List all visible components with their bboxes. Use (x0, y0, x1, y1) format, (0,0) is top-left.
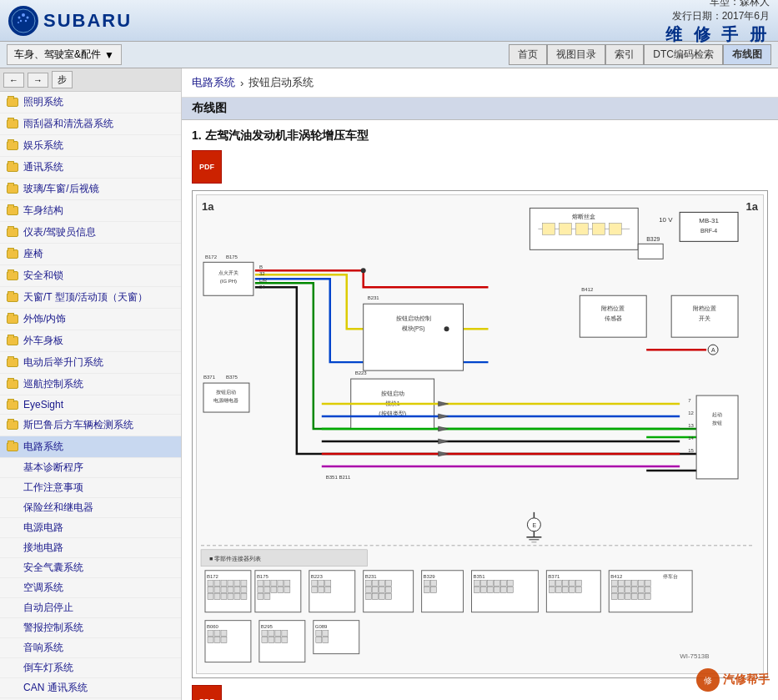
sidebar-item-glass[interactable]: 玻璃/车窗/后视镜 (0, 179, 181, 200)
sidebar-item-body-structure[interactable]: 车身结构 (0, 200, 181, 222)
svg-rect-171 (555, 581, 561, 587)
forward-button[interactable]: → (28, 73, 48, 88)
folder-icon (7, 119, 18, 128)
svg-text:15: 15 (688, 448, 694, 453)
svg-rect-15 (542, 223, 555, 234)
sidebar-item-electrical[interactable]: 电路系统 (0, 436, 181, 458)
brand-name: SUBARU (43, 10, 132, 32)
svg-rect-187 (638, 581, 644, 587)
svg-rect-144 (366, 594, 372, 600)
svg-text:B231: B231 (368, 295, 380, 300)
svg-rect-222 (323, 631, 329, 637)
svg-rect-145 (373, 594, 379, 600)
sidebar-item-communication[interactable]: 通讯系统 (0, 157, 181, 179)
sidebar-item-liftgate[interactable]: 电动后举升门系统 (0, 352, 181, 374)
sidebar-item-ac[interactable]: 空调系统 (0, 578, 181, 598)
sidebar-item-label: 雨刮器和清洗器系统 (23, 117, 113, 131)
svg-rect-188 (645, 581, 650, 587)
svg-rect-106 (208, 594, 213, 600)
sidebar-item-cruise[interactable]: 巡航控制系统 (0, 374, 181, 395)
pdf-button[interactable]: PDF (192, 150, 222, 184)
sidebar-item-ground[interactable]: 接地电路 (0, 538, 181, 558)
svg-rect-116 (271, 581, 277, 587)
wiring-diagram: 1a 1a MB-31 BRF-4 10 V (196, 194, 764, 674)
sidebar-item-basic-diag[interactable]: 基本诊断程序 (0, 458, 181, 478)
sidebar-item-label: 电路系统 (23, 440, 63, 454)
sidebar-item-security[interactable]: 安全和锁 (0, 265, 181, 287)
svg-rect-174 (575, 581, 581, 587)
svg-rect-195 (611, 594, 617, 600)
svg-rect-152 (424, 587, 430, 593)
sidebar-item-label: 自动启停止 (23, 602, 73, 613)
content-body: 1. 左驾汽油发动机非涡轮增压车型 PDF 1a 1a (182, 120, 778, 700)
sidebar-item-subaru-rear[interactable]: 斯巴鲁后方车辆检测系统 (0, 415, 181, 436)
folder-icon (7, 206, 18, 215)
step-button[interactable]: 步 (52, 71, 73, 88)
svg-rect-211 (262, 631, 268, 637)
index-button[interactable]: 索引 (605, 44, 644, 65)
svg-rect-129 (319, 581, 324, 587)
sidebar-item-label: 安全气囊系统 (23, 562, 83, 573)
svg-rect-183 (611, 581, 617, 587)
svg-rect-120 (264, 587, 270, 593)
wiring-button[interactable]: 布线图 (723, 44, 771, 65)
pdf-button-bottom[interactable]: PDF (192, 685, 222, 700)
category-label: 车身、驾驶室&配件 (14, 48, 101, 62)
svg-text:停车台: 停车台 (663, 573, 678, 579)
sidebar-item-instrument[interactable]: 仪表/驾驶员信息 (0, 222, 181, 244)
home-button[interactable]: 首页 (509, 44, 547, 65)
sidebar-item-fuse-relay[interactable]: 保险丝和继电器 (0, 498, 181, 518)
sidebar-item-can[interactable]: CAN 通讯系统 (0, 678, 181, 698)
sidebar-item-label: 玻璃/车窗/后视镜 (23, 182, 99, 196)
svg-rect-117 (278, 581, 284, 587)
dropdown-arrow-icon: ▼ (104, 49, 114, 61)
svg-text:B375: B375 (226, 375, 238, 380)
svg-rect-163 (480, 587, 486, 593)
svg-rect-157 (480, 581, 486, 587)
svg-rect-198 (631, 594, 637, 600)
wiring-diagram-container: 1a 1a MB-31 BRF-4 10 V (192, 190, 768, 678)
sidebar-item-seat[interactable]: 座椅 (0, 244, 181, 265)
sidebar-item-sunroof[interactable]: 天窗/T 型顶/活动顶（天窗） (0, 287, 181, 309)
svg-text:B295: B295 (261, 624, 274, 629)
svg-rect-123 (284, 587, 290, 593)
svg-rect-200 (645, 594, 650, 600)
sidebar-item-lighting[interactable]: 照明系统 (0, 92, 181, 113)
svg-rect-102 (221, 587, 227, 593)
sidebar-item-power-circuit[interactable]: 电源电路 (0, 518, 181, 538)
svg-rect-104 (234, 587, 240, 593)
sidebar-item-alarm[interactable]: 警报控制系统 (0, 618, 181, 638)
svg-point-4 (20, 19, 22, 21)
svg-rect-189 (611, 587, 617, 593)
svg-rect-199 (638, 594, 644, 600)
sidebar-item-auto-stop[interactable]: 自动启停止 (0, 598, 181, 618)
sidebar-item-reverse-light[interactable]: 倒车灯系统 (0, 658, 181, 678)
svg-rect-221 (316, 631, 322, 637)
sidebar-item-wipers[interactable]: 雨刮器和清洗器系统 (0, 113, 181, 135)
sidebar-item-entertainment[interactable]: 娱乐系统 (0, 135, 181, 157)
sidebar-item-label: 音响系统 (23, 642, 63, 653)
folder-icon (7, 358, 18, 367)
sidebar-item-label: EyeSight (23, 399, 63, 410)
breadcrumb-parent[interactable]: 电路系统 (192, 75, 235, 90)
svg-rect-194 (645, 587, 650, 593)
svg-rect-190 (618, 587, 624, 593)
view-index-button[interactable]: 视图目录 (547, 44, 605, 65)
sidebar-item-work-notes[interactable]: 工作注意事项 (0, 478, 181, 498)
issue-date: 发行日期：2017年6月 (665, 9, 770, 23)
sidebar-item-eyesight[interactable]: EyeSight (0, 395, 181, 415)
svg-rect-203 (208, 631, 213, 637)
sidebar-item-audio[interactable]: 音响系统 (0, 638, 181, 658)
svg-text:修: 修 (704, 676, 712, 685)
dtc-button[interactable]: DTC编码检索 (644, 44, 723, 65)
sidebar-item-body-panel[interactable]: 外车身板 (0, 330, 181, 352)
sidebar-item-airbag[interactable]: 安全气囊系统 (0, 558, 181, 578)
back-button[interactable]: ← (3, 73, 24, 88)
category-dropdown[interactable]: 车身、驾驶室&配件 ▼ (7, 44, 122, 65)
svg-text:按钮启动: 按钮启动 (216, 389, 236, 395)
sidebar-item-interior[interactable]: 外饰/内饰 (0, 309, 181, 330)
watermark-icon: 修 (696, 668, 720, 692)
svg-rect-19 (609, 223, 621, 234)
svg-point-62 (361, 268, 366, 273)
breadcrumb: 电路系统 › 按钮启动系统 (182, 68, 778, 98)
